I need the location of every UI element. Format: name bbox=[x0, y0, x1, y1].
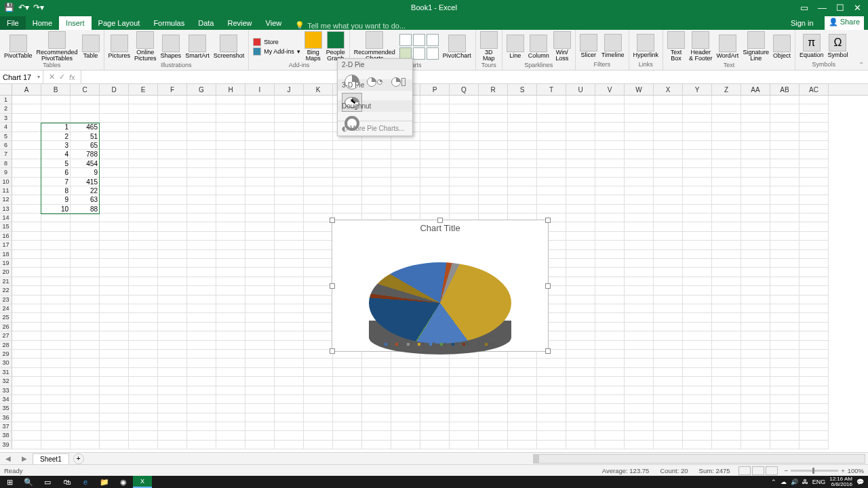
cell[interactable] bbox=[508, 123, 537, 131]
cell[interactable] bbox=[712, 350, 741, 359]
cell[interactable] bbox=[712, 104, 741, 113]
row-header[interactable]: 32 bbox=[0, 377, 12, 386]
cell[interactable] bbox=[333, 413, 362, 422]
cell[interactable] bbox=[216, 132, 245, 141]
cell[interactable] bbox=[595, 359, 625, 367]
cell[interactable] bbox=[12, 377, 41, 386]
cell[interactable] bbox=[537, 441, 566, 449]
cell[interactable] bbox=[741, 259, 770, 268]
cell[interactable] bbox=[770, 296, 800, 304]
cell[interactable] bbox=[595, 232, 625, 241]
cell[interactable] bbox=[712, 313, 741, 322]
cell[interactable] bbox=[800, 323, 829, 331]
cell[interactable] bbox=[333, 441, 362, 449]
cell[interactable] bbox=[800, 441, 829, 449]
cell[interactable] bbox=[508, 96, 537, 104]
cell[interactable] bbox=[12, 404, 41, 413]
cell[interactable] bbox=[654, 114, 683, 123]
cell[interactable] bbox=[800, 304, 829, 313]
cell[interactable] bbox=[304, 404, 333, 413]
cell[interactable] bbox=[12, 232, 41, 241]
cell[interactable] bbox=[537, 114, 566, 123]
cell[interactable] bbox=[333, 422, 362, 431]
cell[interactable] bbox=[420, 377, 450, 386]
store-taskbar-icon[interactable]: 🛍 bbox=[57, 476, 76, 488]
cell[interactable] bbox=[595, 350, 625, 359]
cell[interactable]: 63 bbox=[71, 195, 100, 204]
cell[interactable] bbox=[770, 178, 800, 186]
cell[interactable] bbox=[304, 286, 333, 295]
cell[interactable] bbox=[741, 222, 770, 231]
cell[interactable] bbox=[479, 123, 508, 131]
cell[interactable] bbox=[362, 195, 391, 204]
fx-icon[interactable]: fx bbox=[69, 73, 75, 81]
cell[interactable] bbox=[479, 395, 508, 404]
cell[interactable] bbox=[625, 96, 654, 104]
cell[interactable] bbox=[625, 186, 654, 195]
collapse-ribbon-icon[interactable]: ⌃ bbox=[859, 61, 864, 68]
cell[interactable] bbox=[41, 277, 71, 286]
cell[interactable] bbox=[654, 441, 683, 449]
cell[interactable] bbox=[625, 296, 654, 304]
sheet-tab[interactable]: Sheet1 bbox=[33, 453, 69, 464]
cell[interactable] bbox=[362, 205, 391, 214]
cell[interactable] bbox=[187, 132, 216, 141]
cell[interactable] bbox=[362, 413, 391, 422]
cell[interactable] bbox=[683, 359, 712, 367]
cell[interactable] bbox=[537, 168, 566, 177]
cell[interactable] bbox=[100, 222, 129, 231]
cell[interactable] bbox=[129, 331, 158, 340]
cell[interactable] bbox=[566, 304, 595, 313]
cell[interactable] bbox=[71, 114, 100, 123]
cell[interactable] bbox=[187, 404, 216, 413]
cell[interactable] bbox=[683, 386, 712, 395]
cell[interactable] bbox=[537, 395, 566, 404]
cancel-fx-icon[interactable]: ✕ bbox=[49, 73, 55, 81]
cell[interactable] bbox=[158, 186, 187, 195]
cell[interactable] bbox=[245, 341, 275, 350]
cell[interactable]: 7 bbox=[41, 178, 71, 186]
cell[interactable] bbox=[12, 350, 41, 359]
cell[interactable] bbox=[100, 441, 129, 449]
cell[interactable] bbox=[275, 323, 304, 331]
row-header[interactable]: 15 bbox=[0, 222, 12, 231]
cell[interactable] bbox=[187, 268, 216, 277]
cell[interactable] bbox=[129, 178, 158, 186]
cell[interactable] bbox=[129, 395, 158, 404]
cell[interactable] bbox=[158, 296, 187, 304]
cell[interactable] bbox=[683, 259, 712, 268]
cell[interactable] bbox=[420, 178, 450, 186]
cell[interactable] bbox=[187, 141, 216, 150]
cell[interactable] bbox=[654, 241, 683, 249]
cell[interactable] bbox=[625, 431, 654, 440]
cell[interactable]: 10 bbox=[41, 205, 71, 214]
row-header[interactable]: 8 bbox=[0, 159, 12, 168]
cell[interactable] bbox=[537, 431, 566, 440]
cell[interactable] bbox=[537, 413, 566, 422]
cell[interactable] bbox=[12, 422, 41, 431]
cell[interactable]: 65 bbox=[71, 141, 100, 150]
cell[interactable] bbox=[800, 250, 829, 259]
cell[interactable] bbox=[654, 268, 683, 277]
cell[interactable] bbox=[245, 331, 275, 340]
cell[interactable] bbox=[625, 304, 654, 313]
cell[interactable] bbox=[683, 141, 712, 150]
cell[interactable] bbox=[41, 395, 71, 404]
cell[interactable] bbox=[245, 114, 275, 123]
cell[interactable] bbox=[566, 404, 595, 413]
cell[interactable] bbox=[508, 413, 537, 422]
cell[interactable] bbox=[770, 277, 800, 286]
cell[interactable] bbox=[595, 413, 625, 422]
cell[interactable] bbox=[216, 441, 245, 449]
cell[interactable] bbox=[566, 395, 595, 404]
row-header[interactable]: 17 bbox=[0, 241, 12, 249]
column-header[interactable]: E bbox=[129, 84, 158, 95]
cell[interactable] bbox=[71, 232, 100, 241]
cell[interactable] bbox=[450, 96, 479, 104]
cell[interactable] bbox=[158, 386, 187, 395]
cell[interactable] bbox=[158, 168, 187, 177]
column-header[interactable]: AB bbox=[770, 84, 800, 95]
smartart-button[interactable]: SmartArt bbox=[185, 35, 210, 59]
pivottable-button[interactable]: PivotTable bbox=[4, 35, 33, 59]
cell[interactable] bbox=[187, 277, 216, 286]
